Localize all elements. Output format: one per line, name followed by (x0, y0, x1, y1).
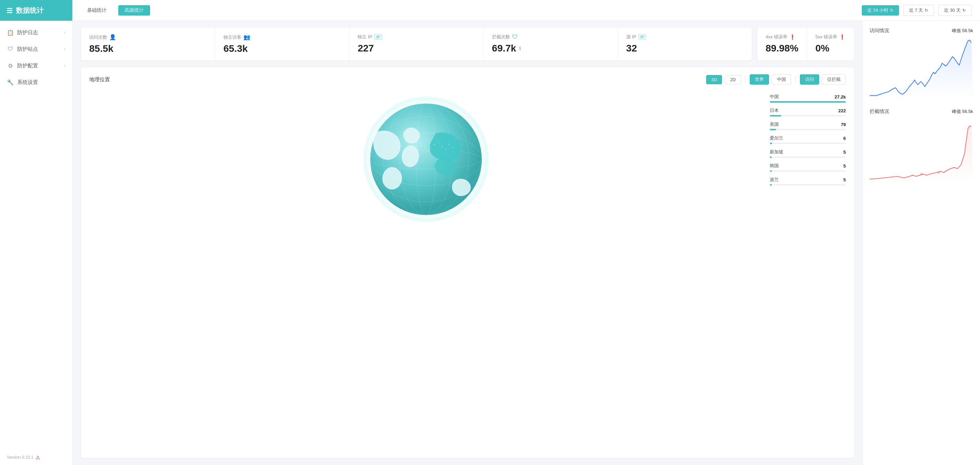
block-chart-section: 拦截情况 峰值 56.5k (870, 108, 973, 181)
geo-title: 地理位置 (89, 76, 110, 83)
refresh-icon-24h: ↻ (890, 8, 894, 13)
stat-block-label: 拦截次数 (492, 34, 510, 40)
country-bar-usa (770, 129, 776, 130)
topbar: 基础统计 高级统计 近 24 小时 ↻ 近 7 天 ↻ 近 30 天 ↻ (73, 0, 980, 21)
country-item-singapore: 新加坡 5 (770, 149, 846, 158)
visit-chart-svg (870, 38, 973, 100)
shield-icon: 🛡 (7, 46, 14, 52)
tab-advanced[interactable]: 高级统计 (118, 5, 150, 16)
error-5xx-label: 5xx 错误率 (815, 34, 837, 40)
refresh-icon-7d: ↻ (925, 8, 928, 13)
btn-visit[interactable]: 访问 (800, 74, 819, 85)
country-value-china: 27.2k (834, 94, 846, 100)
country-item-japan: 日本 222 (770, 108, 846, 116)
country-name-usa: 美国 (770, 121, 779, 127)
right-panel: 访问情况 峰值 56.5k (862, 21, 980, 465)
globe-container (89, 90, 763, 229)
country-bar-china (770, 101, 846, 103)
person-icon: 👤 (109, 34, 116, 40)
btn-2d[interactable]: 2D (725, 75, 741, 84)
country-value-ireland: 6 (843, 136, 846, 141)
log-icon: 📋 (7, 29, 14, 36)
stat-visits-label: 访问次数 (89, 34, 107, 40)
btn-world[interactable]: 世界 (750, 74, 769, 85)
sidebar-item-protection-log[interactable]: 📋 防护日志 › (0, 24, 72, 41)
btn-block-only[interactable]: 仅拦截 (822, 74, 846, 85)
gear-icon: ⚙ (7, 62, 14, 69)
refresh-icon-30d: ↻ (963, 8, 966, 13)
settings-icon: 🔧 (7, 79, 14, 86)
block-shield-icon: 🛡 (512, 34, 518, 40)
svg-point-18 (442, 146, 443, 147)
warning-icon-5xx: ❗ (839, 34, 845, 40)
time-btn-7d[interactable]: 近 7 天 ↻ (903, 5, 934, 16)
sidebar-header: 数据统计 (0, 0, 72, 21)
globe-svg (360, 94, 492, 225)
country-item-china: 中国 27.2k (770, 94, 846, 103)
nav-label-system-settings: 系统设置 (17, 79, 38, 86)
country-item-korea: 韩国 5 (770, 163, 846, 172)
sidebar-item-system-settings[interactable]: 🔧 系统设置 (0, 74, 72, 90)
stat-srcip-value: 32 (626, 43, 637, 54)
content-area: 访问次数 👤 85.5k 独立访客 👥 65.3k (73, 21, 980, 465)
error-4xx-label: 4xx 错误率 (765, 34, 788, 40)
stat-unique-ip: 独立 IP IP 227 (349, 28, 484, 60)
topbar-tabs: 基础统计 高级统计 (81, 5, 150, 16)
info-icon-blocks[interactable]: ℹ (519, 46, 521, 51)
sidebar-item-protection-config[interactable]: ⚙ 防护配置 › (0, 57, 72, 74)
svg-point-23 (937, 171, 940, 174)
svg-point-16 (434, 144, 435, 145)
time-btn-30d[interactable]: 近 30 天 ↻ (938, 5, 972, 16)
nav-label-protection-config: 防护配置 (17, 62, 38, 69)
chevron-right-icon: › (64, 30, 65, 35)
separator-2 (795, 76, 796, 83)
btn-china[interactable]: 中国 (772, 74, 791, 85)
left-panel: 访问次数 👤 85.5k 独立访客 👥 65.3k (73, 21, 862, 465)
geo-body: 中国 27.2k 日本 222 (89, 90, 846, 229)
error-row: 4xx 错误率 ❗ 89.98% 5xx 错误率 ❗ 0% (757, 28, 854, 60)
visit-chart-header: 访问情况 峰值 56.5k (870, 28, 973, 34)
geo-panel: 地理位置 3D 2D 世界 中国 访问 仅拦截 (81, 67, 854, 458)
time-btn-24h[interactable]: 近 24 小时 ↻ (862, 5, 899, 16)
stat-unique-visitors: 独立访客 👥 65.3k (215, 28, 349, 60)
country-name-ireland: 爱尔兰 (770, 135, 783, 141)
country-item-ireland: 爱尔兰 6 (770, 135, 846, 144)
error-4xx-value: 89.98% (765, 43, 799, 54)
visit-chart-title: 访问情况 (870, 28, 889, 34)
sidebar: 数据统计 📋 防护日志 › 🛡 防护站点 › ⚙ 防护配置 › 🔧 (0, 0, 73, 465)
sidebar-item-protection-site[interactable]: 🛡 防护站点 › (0, 41, 72, 57)
stat-blocks: 拦截次数 🛡 69.7k ℹ (484, 28, 618, 60)
svg-point-12 (424, 144, 425, 145)
country-value-japan: 222 (838, 108, 846, 113)
ip-badge-2: IP (638, 34, 646, 40)
country-name-china: 中国 (770, 94, 779, 100)
country-name-korea: 韩国 (770, 163, 779, 169)
tab-basic[interactable]: 基础统计 (81, 5, 113, 16)
topbar-time: 近 24 小时 ↻ 近 7 天 ↻ 近 30 天 ↻ (862, 5, 972, 16)
stat-uv-label: 独立访客 (223, 34, 241, 40)
separator-1 (745, 76, 746, 83)
persons-icon: 👥 (243, 34, 250, 40)
svg-point-14 (427, 150, 428, 152)
geo-controls: 3D 2D 世界 中国 访问 仅拦截 (706, 74, 846, 85)
btn-3d[interactable]: 3D (706, 75, 722, 84)
stat-visits: 访问次数 👤 85.5k (81, 28, 215, 60)
block-chart-peak: 峰值 56.5k (952, 108, 973, 115)
svg-point-20 (449, 144, 450, 145)
svg-point-19 (445, 148, 446, 149)
chevron-right-icon-3: › (64, 63, 65, 68)
ip-badge-1: IP (374, 34, 382, 40)
version-warning-icon: ⚠ (36, 455, 40, 460)
svg-point-11 (420, 146, 422, 147)
sidebar-nav: 📋 防护日志 › 🛡 防护站点 › ⚙ 防护配置 › 🔧 系统设置 (0, 21, 72, 450)
block-chart-header: 拦截情况 峰值 56.5k (870, 108, 973, 115)
stat-uv-value: 65.3k (223, 43, 248, 54)
sidebar-version: Version 6.10.1 ⚠ (0, 450, 72, 465)
stat-ip-label: 独立 IP (358, 34, 372, 40)
stat-ip-value: 227 (358, 43, 374, 54)
country-value-usa: 79 (841, 122, 846, 127)
country-name-japan: 日本 (770, 108, 779, 114)
visit-peak-value: 56.5k (962, 28, 973, 33)
stats-row: 访问次数 👤 85.5k 独立访客 👥 65.3k (81, 28, 752, 60)
visit-chart-area (870, 38, 973, 100)
